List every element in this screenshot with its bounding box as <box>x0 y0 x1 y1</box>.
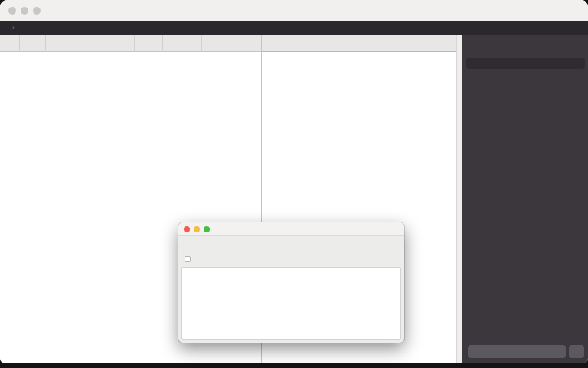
zoom-window-icon[interactable] <box>33 7 41 15</box>
notifications-table-header <box>182 268 400 268</box>
open-on-new-comments-checkbox[interactable] <box>185 256 191 262</box>
notif-zoom-icon[interactable] <box>204 226 210 232</box>
column-header-work[interactable] <box>135 35 163 52</box>
column-header-num[interactable] <box>0 35 20 52</box>
breadcrumb-separator: › <box>12 24 15 31</box>
notif-close-icon[interactable] <box>184 226 190 232</box>
notifications-checkbox-row <box>185 256 194 262</box>
breadcrumb-bar: › <box>0 21 588 35</box>
inspector-panel <box>462 35 588 363</box>
column-header-start[interactable] <box>163 35 202 52</box>
table-header <box>0 35 261 52</box>
notifications-window <box>178 222 404 343</box>
breadcrumb[interactable]: › <box>6 24 18 31</box>
app-window: › <box>0 0 588 363</box>
column-header-resources[interactable] <box>202 35 261 52</box>
inspector-tabs <box>466 58 585 69</box>
comment-options-button[interactable] <box>569 345 584 358</box>
notifications-titlebar[interactable] <box>178 222 404 236</box>
new-comment-button[interactable] <box>468 345 566 358</box>
notif-minimize-icon[interactable] <box>194 226 200 232</box>
minimize-window-icon[interactable] <box>21 7 28 15</box>
close-window-icon[interactable] <box>8 7 16 15</box>
gantt-scrollbar[interactable] <box>456 35 462 363</box>
gantt-day-header <box>262 44 456 52</box>
notifications-table <box>181 267 401 340</box>
column-header-info[interactable] <box>20 35 46 52</box>
column-header-title[interactable] <box>46 35 135 52</box>
window-titlebar <box>0 0 588 21</box>
gantt-week-header <box>262 35 456 44</box>
